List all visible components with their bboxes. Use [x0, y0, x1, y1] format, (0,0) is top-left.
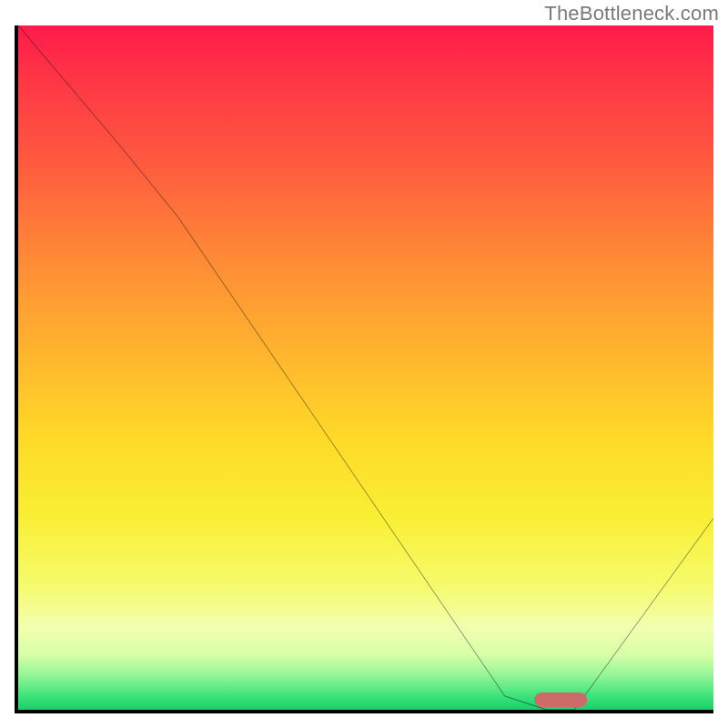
chart-canvas: TheBottleneck.com [0, 0, 728, 728]
optimal-marker [534, 693, 587, 707]
plot-area [15, 25, 713, 713]
curve-path [18, 25, 713, 710]
attribution-label: TheBottleneck.com [544, 2, 719, 25]
bottleneck-curve [18, 25, 713, 710]
